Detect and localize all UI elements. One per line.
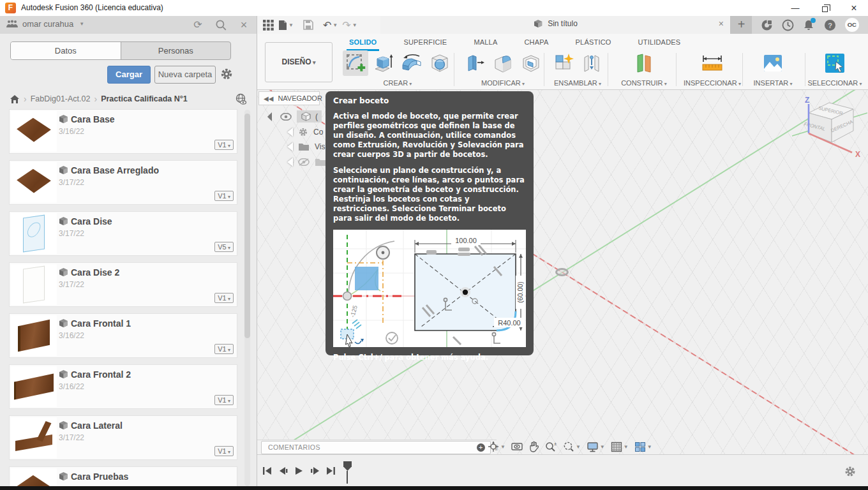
version-dropdown[interactable]: V1	[214, 446, 234, 456]
origin-point[interactable]	[555, 268, 569, 276]
display-settings-button[interactable]: ▼	[587, 442, 605, 452]
pan-button[interactable]	[528, 441, 539, 452]
ribbon-tab-solido[interactable]: SOLIDO	[347, 36, 379, 51]
visibility-off-eye-icon[interactable]	[298, 158, 310, 166]
expand-closed-icon[interactable]	[281, 128, 293, 137]
home-icon[interactable]	[10, 94, 20, 104]
orbit-button[interactable]: ▼	[488, 441, 505, 452]
job-status-clock-icon[interactable]	[782, 19, 794, 31]
navigator-header[interactable]: ◀◀ NAVEGADOR	[258, 91, 320, 105]
notifications-button[interactable]	[803, 19, 814, 31]
version-dropdown[interactable]: V5	[214, 242, 234, 252]
globe-share-icon[interactable]	[235, 93, 247, 105]
file-card[interactable]: Cara Frontal 1 3/16/22 V1	[10, 314, 237, 357]
file-card[interactable]: Cara Frontal 2 3/16/22 V1	[10, 365, 237, 408]
help-icon[interactable]: ?	[824, 19, 836, 31]
save-icon[interactable]	[303, 20, 313, 30]
press-pull-button[interactable]	[462, 50, 488, 76]
comments-input[interactable]: COMENTARIOS +	[261, 441, 491, 454]
insert-image-button[interactable]	[760, 50, 786, 76]
fillet-button[interactable]	[490, 50, 516, 76]
ribbon-tab-plastico[interactable]: PLÁSTICO	[573, 36, 614, 51]
new-tab-button[interactable]: +	[731, 16, 752, 34]
new-component-button[interactable]	[551, 50, 576, 76]
close-window-button[interactable]: ×	[840, 0, 868, 16]
breadcrumb-parent[interactable]: FabDig01-Act.02	[31, 94, 91, 103]
timeline-marker-head[interactable]	[343, 461, 352, 471]
timeline-marker[interactable]	[343, 461, 352, 484]
undo-button[interactable]: ↶▼	[323, 19, 338, 31]
document-tab[interactable]: Sin título ×	[380, 16, 731, 34]
expand-open-icon[interactable]	[267, 112, 276, 121]
navigator-root-row[interactable]: (	[269, 110, 322, 122]
redo-button[interactable]: ↷▼	[342, 19, 357, 31]
navigator-row-settings[interactable]: Co	[281, 127, 323, 137]
viewport-canvas[interactable]: ◀◀ NAVEGADOR ( Co Vis Crear boceto Activ…	[257, 90, 868, 454]
zoom-button[interactable]: ±	[544, 441, 557, 452]
close-panel-icon[interactable]: ×	[237, 19, 250, 31]
minimize-button[interactable]: —	[781, 0, 809, 16]
skip-to-start-button[interactable]	[262, 466, 272, 475]
version-dropdown[interactable]: V1	[214, 191, 234, 201]
create-sketch-button[interactable]	[343, 50, 368, 76]
file-card[interactable]: Cara Dise 3/17/22 V5	[10, 212, 237, 255]
file-list-scrollbar[interactable]	[244, 110, 250, 486]
refresh-icon[interactable]: ⟳	[191, 19, 204, 31]
version-dropdown[interactable]: V1	[214, 395, 234, 405]
file-card[interactable]: Cara Dise 2 3/17/22 V1	[10, 263, 237, 306]
file-menu-button[interactable]: ▼	[278, 20, 294, 31]
tab-personas[interactable]: Personas	[121, 42, 231, 59]
visibility-eye-icon[interactable]	[280, 113, 292, 121]
extensions-icon[interactable]	[761, 19, 773, 31]
primitive-cylinder-button[interactable]	[427, 50, 453, 76]
group-label-ensamblar[interactable]: ENSAMBLAR	[546, 79, 610, 87]
navigator-root-item[interactable]: (	[297, 110, 322, 122]
revolve-button[interactable]	[399, 50, 424, 76]
look-at-button[interactable]	[511, 442, 523, 452]
play-button[interactable]	[294, 466, 304, 475]
file-card[interactable]: Cara Lateral 3/17/22 V1	[10, 416, 237, 459]
ribbon-tab-malla[interactable]: MALLA	[471, 36, 500, 51]
search-icon[interactable]	[214, 19, 227, 31]
group-label-insertar[interactable]: INSERTAR	[741, 79, 805, 87]
expand-closed-icon[interactable]	[281, 142, 293, 151]
step-back-button[interactable]	[278, 466, 288, 475]
collapse-panel-icon[interactable]: ◀◀	[264, 95, 273, 102]
step-forward-button[interactable]	[310, 466, 320, 475]
navigator-row-views[interactable]: Vis	[281, 142, 325, 151]
view-cube[interactable]: SUPERIOR FRONTAL DERECHA Z X	[792, 94, 867, 160]
construction-plane-button[interactable]	[631, 50, 657, 76]
zoom-window-button[interactable]: ▼	[562, 441, 581, 452]
navigator-row-origin[interactable]	[281, 158, 331, 167]
tab-datos[interactable]: Datos	[11, 42, 121, 59]
skip-to-end-button[interactable]	[326, 466, 336, 475]
select-button[interactable]	[822, 50, 848, 76]
grid-settings-button[interactable]: ▼	[611, 442, 629, 452]
upload-button[interactable]: Cargar	[107, 66, 151, 84]
file-card[interactable]: Cara Pruebas	[10, 467, 237, 486]
workspace-selector[interactable]: DISEÑO	[265, 42, 333, 82]
shell-button[interactable]	[518, 50, 544, 76]
timeline-settings-gear-icon[interactable]	[844, 465, 857, 478]
panel-settings-gear-icon[interactable]	[220, 67, 234, 81]
group-label-crear[interactable]: CREAR	[340, 79, 455, 87]
file-card[interactable]: Cara Base Arreglado 3/17/22 V1	[10, 161, 237, 204]
joint-button[interactable]	[579, 50, 604, 76]
extrude-button[interactable]	[371, 50, 396, 76]
scrollbar-thumb[interactable]	[244, 114, 250, 338]
file-card[interactable]: Cara Base 3/16/22 V1	[10, 110, 237, 153]
group-label-construir[interactable]: CONSTRUIR	[612, 79, 676, 87]
version-dropdown[interactable]: V1	[214, 293, 234, 303]
ribbon-tab-superficie[interactable]: SUPERFICIE	[401, 36, 449, 51]
version-dropdown[interactable]: V1	[214, 344, 234, 354]
close-tab-icon[interactable]: ×	[719, 19, 724, 29]
restore-button[interactable]	[811, 0, 839, 16]
group-label-seleccionar[interactable]: SELECCIONAR	[803, 79, 867, 87]
new-folder-button[interactable]: Nueva carpeta	[154, 66, 216, 84]
expand-closed-icon[interactable]	[281, 158, 293, 167]
measure-button[interactable]	[700, 50, 725, 76]
user-menu[interactable]: omar curahua ▼	[6, 19, 84, 29]
app-grid-icon[interactable]	[263, 20, 274, 31]
user-avatar[interactable]: OC	[845, 18, 859, 32]
ribbon-tab-utilidades[interactable]: UTILIDADES	[636, 36, 684, 51]
